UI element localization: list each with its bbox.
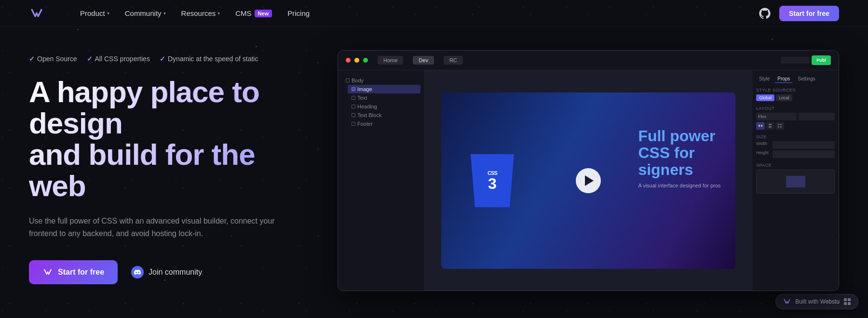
- svg-rect-7: [780, 126, 782, 128]
- navigation: Product ▾ Community ▾ Resources ▾ CMS Ne…: [0, 0, 868, 27]
- size-section: Size Width Height: [756, 134, 835, 158]
- tab-home[interactable]: Home: [378, 56, 403, 65]
- svg-rect-5: [780, 124, 782, 125]
- hero-subtitle: Use the full power of CSS with an advanc…: [29, 215, 280, 239]
- video-subtitle-css: CSS for: [638, 145, 720, 161]
- nav-right: Start for free: [758, 6, 839, 21]
- github-icon[interactable]: [758, 7, 772, 20]
- window-close-dot: [346, 58, 351, 63]
- tab-settings[interactable]: Settings: [795, 75, 818, 83]
- hero-title: A happy place to design and build for th…: [29, 76, 309, 201]
- badge-open-source: ✓ Open Source: [29, 55, 77, 63]
- flex-input[interactable]: [799, 113, 835, 120]
- window-maximize-dot: [363, 58, 368, 63]
- video-title: Full power: [638, 128, 720, 145]
- chevron-down-icon: ▾: [217, 11, 220, 16]
- style-sources-section: Style Sources Global Local: [756, 88, 835, 101]
- logo[interactable]: [29, 6, 44, 21]
- panel-tabs: Style Props Settings: [756, 75, 835, 83]
- nav-item-product[interactable]: Product ▾: [73, 6, 116, 20]
- tree-item-textblock[interactable]: Text Block: [348, 111, 420, 119]
- style-source-local[interactable]: Local: [776, 94, 792, 101]
- svg-rect-11: [848, 302, 851, 305]
- canvas-area: CSS 3 Full power: [425, 70, 752, 291]
- check-icon: ✓: [160, 55, 165, 63]
- cms-badge-new: New: [255, 10, 272, 17]
- tab-props[interactable]: Props: [774, 75, 793, 83]
- svg-rect-4: [778, 124, 779, 125]
- sidebar-panel: Body Image Text Heading: [338, 70, 425, 291]
- check-icon: ✓: [29, 55, 35, 63]
- logo-w-small-icon: [42, 267, 53, 278]
- svg-rect-3: [769, 126, 772, 128]
- app-preview: Home Dev RC Publ Body: [338, 50, 839, 291]
- layout-col-btn[interactable]: [766, 122, 774, 130]
- svg-rect-6: [778, 126, 779, 128]
- svg-rect-0: [759, 125, 760, 127]
- video-content: Full power CSS for signers A visual inte…: [638, 128, 720, 188]
- app-window: Home Dev RC Publ Body: [338, 50, 839, 291]
- svg-rect-10: [844, 302, 847, 305]
- tab-style[interactable]: Style: [756, 75, 773, 83]
- tree-item-footer[interactable]: Footer: [348, 119, 420, 128]
- window-minimize-dot: [354, 58, 359, 63]
- layout-row-btn[interactable]: [756, 122, 765, 130]
- display-input[interactable]: Flex: [756, 113, 797, 120]
- svg-rect-9: [848, 298, 851, 301]
- css3-logo: CSS 3: [471, 154, 514, 207]
- start-for-free-nav-button[interactable]: Start for free: [779, 6, 839, 21]
- nav-item-cms[interactable]: CMS New: [229, 6, 279, 20]
- hero-actions: Start for free Join community: [29, 259, 309, 285]
- height-input[interactable]: [773, 150, 835, 158]
- width-input[interactable]: [773, 141, 835, 149]
- spacing-section: Space: [756, 163, 835, 194]
- tab-rc[interactable]: RC: [444, 56, 463, 65]
- layout-section: Layout Flex: [756, 106, 835, 130]
- nav-item-pricing[interactable]: Pricing: [281, 6, 316, 20]
- video-description: A visual interface designed for pros: [638, 183, 720, 188]
- video-subtitle-designers: signers: [638, 161, 720, 178]
- badge-dynamic: ✓ Dynamic at the speed of static: [160, 55, 258, 63]
- play-button[interactable]: [576, 168, 601, 193]
- badge-css-properties: ✓ All CSS properties: [87, 55, 150, 63]
- svg-rect-2: [769, 124, 772, 125]
- tree-panel: Body Image Text Heading: [342, 76, 420, 128]
- app-toolbar: Home Dev RC Publ: [338, 51, 839, 70]
- webstudio-bottom-icon: [783, 297, 791, 306]
- nav-item-resources[interactable]: Resources ▾: [175, 6, 227, 20]
- bottom-widget[interactable]: Built with Webstu: [775, 294, 858, 309]
- tree-item-text[interactable]: Text: [348, 93, 420, 102]
- right-panel: Style Props Settings Style Sources Globa…: [752, 70, 839, 291]
- video-thumbnail[interactable]: CSS 3 Full power: [441, 93, 735, 269]
- app-body: Body Image Text Heading: [338, 70, 839, 291]
- spacing-visualizer: [756, 170, 835, 194]
- nav-item-community[interactable]: Community ▾: [118, 6, 173, 20]
- logo-icon: [29, 6, 44, 21]
- play-icon: [585, 175, 594, 186]
- chevron-down-icon: ▾: [163, 11, 166, 16]
- check-icon: ✓: [87, 55, 93, 63]
- hero-section: ✓ Open Source ✓ All CSS properties ✓ Dyn…: [0, 27, 868, 291]
- discord-icon: [131, 266, 144, 278]
- svg-rect-1: [761, 125, 762, 127]
- hero-left: ✓ Open Source ✓ All CSS properties ✓ Dyn…: [29, 50, 309, 285]
- chevron-down-icon: ▾: [107, 11, 109, 16]
- widget-icon: [843, 298, 851, 305]
- layout-grid-btn[interactable]: [775, 122, 784, 130]
- hero-badges: ✓ Open Source ✓ All CSS properties ✓ Dyn…: [29, 55, 309, 63]
- nav-links: Product ▾ Community ▾ Resources ▾ CMS Ne…: [73, 6, 758, 20]
- tree-item-body[interactable]: Body: [342, 76, 420, 85]
- join-community-button[interactable]: Join community: [127, 259, 206, 285]
- start-for-free-hero-button[interactable]: Start for free: [29, 260, 118, 284]
- tree-item-image[interactable]: Image: [348, 85, 420, 93]
- tab-dev[interactable]: Dev: [413, 56, 434, 65]
- style-source-tag[interactable]: Global: [756, 94, 774, 101]
- tree-item-heading[interactable]: Heading: [348, 102, 420, 111]
- svg-rect-8: [844, 298, 847, 301]
